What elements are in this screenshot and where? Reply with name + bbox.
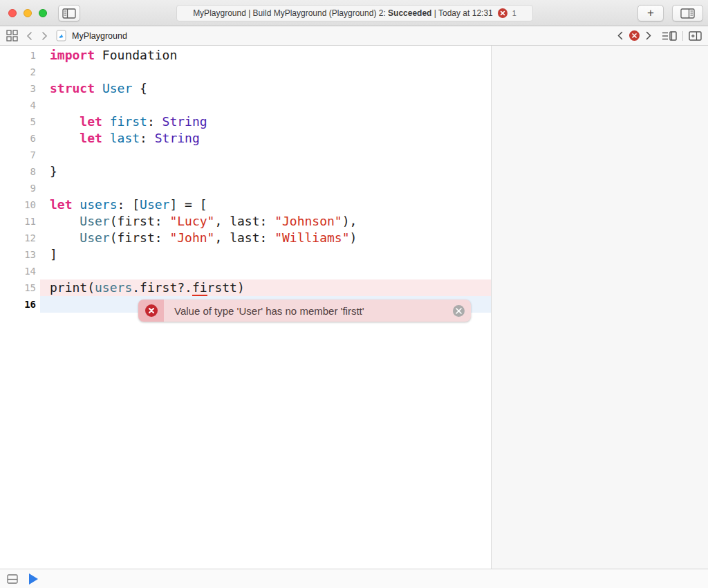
line-number[interactable]: 5 xyxy=(0,113,40,130)
line-number[interactable]: 3 xyxy=(0,80,40,97)
window-titlebar: MyPlayground | Build MyPlayground (Playg… xyxy=(0,0,708,26)
error-banner-icon-segment xyxy=(138,300,164,322)
code-text[interactable] xyxy=(40,263,491,279)
code-text[interactable]: let first: String xyxy=(40,113,491,130)
inspector-toggle-button[interactable] xyxy=(672,5,703,21)
related-items-grid-icon xyxy=(6,30,18,42)
code-text[interactable]: print(users.first?.firstt) xyxy=(40,279,491,296)
code-text[interactable] xyxy=(40,147,491,163)
line-number[interactable]: 7 xyxy=(0,147,40,163)
code-line[interactable]: 4 xyxy=(0,97,491,113)
code-text[interactable]: User(first: "John", last: "Williams") xyxy=(40,230,491,246)
error-icon xyxy=(145,304,158,317)
code-line[interactable]: 14 xyxy=(0,263,491,279)
close-icon xyxy=(456,308,462,314)
line-number[interactable]: 12 xyxy=(0,230,40,246)
code-line[interactable]: 13] xyxy=(0,246,491,263)
error-count: 1 xyxy=(512,9,516,17)
run-button[interactable] xyxy=(29,573,38,585)
issue-error-badge-icon[interactable] xyxy=(629,30,640,41)
back-button[interactable] xyxy=(26,31,33,41)
source-editor[interactable]: 1import Foundation23struct User {45 let … xyxy=(0,46,491,569)
build-status: Succeeded xyxy=(388,8,431,18)
chevron-right-icon xyxy=(41,31,48,41)
code-text[interactable]: struct User { xyxy=(40,80,491,97)
zoom-window-button[interactable] xyxy=(39,9,47,17)
forward-button[interactable] xyxy=(41,31,48,41)
toolbar-divider xyxy=(682,31,683,41)
line-number[interactable]: 6 xyxy=(0,130,40,147)
debug-bar xyxy=(0,569,708,588)
code-line[interactable]: 11 User(first: "Lucy", last: "Johnson"), xyxy=(0,213,491,230)
code-text[interactable] xyxy=(40,64,491,80)
play-icon xyxy=(29,573,38,585)
previous-issue-button[interactable] xyxy=(617,31,624,40)
code-line[interactable]: 1import Foundation xyxy=(0,47,491,64)
line-number[interactable]: 2 xyxy=(0,64,40,80)
editor-options-icon xyxy=(662,30,677,42)
code-text[interactable]: let last: String xyxy=(40,130,491,147)
line-number[interactable]: 15 xyxy=(0,279,40,296)
line-number[interactable]: 8 xyxy=(0,163,40,180)
code-line[interactable]: 7 xyxy=(0,147,491,163)
code-line[interactable]: 3struct User { xyxy=(0,80,491,97)
window-title: MyPlayground | Build MyPlayground (Playg… xyxy=(193,8,493,18)
editor-options-button[interactable] xyxy=(662,30,677,42)
sidebar-left-icon xyxy=(62,8,76,19)
code-line[interactable]: 8} xyxy=(0,163,491,180)
line-number[interactable]: 11 xyxy=(0,213,40,230)
code-text[interactable]: let users: [User] = [ xyxy=(40,196,491,213)
code-line[interactable]: 6 let last: String xyxy=(0,130,491,147)
code-lines: 1import Foundation23struct User {45 let … xyxy=(0,47,491,313)
add-editor-icon xyxy=(689,30,702,42)
close-window-button[interactable] xyxy=(8,9,17,17)
line-number[interactable]: 10 xyxy=(0,196,40,213)
activity-viewer: MyPlayground | Build MyPlayground (Playg… xyxy=(176,5,533,21)
code-text[interactable] xyxy=(40,180,491,196)
code-line[interactable]: 2 xyxy=(0,64,491,80)
line-number[interactable]: 1 xyxy=(0,47,40,64)
debug-area-icon xyxy=(7,574,18,584)
code-text[interactable] xyxy=(40,97,491,113)
jump-bar: MyPlayground xyxy=(0,26,708,46)
plus-icon: + xyxy=(647,6,654,20)
line-number[interactable]: 9 xyxy=(0,180,40,196)
next-issue-button[interactable] xyxy=(645,31,652,40)
chevron-left-icon xyxy=(617,31,624,40)
navigator-toggle-button[interactable] xyxy=(58,5,80,21)
code-line[interactable]: 15print(users.first?.firstt) xyxy=(0,279,491,296)
code-text[interactable]: } xyxy=(40,163,491,180)
chevron-left-icon xyxy=(26,31,33,41)
code-line[interactable]: 12 User(first: "John", last: "Williams") xyxy=(0,230,491,246)
code-line[interactable]: 9 xyxy=(0,180,491,196)
line-number[interactable]: 14 xyxy=(0,263,40,279)
line-number[interactable]: 13 xyxy=(0,246,40,263)
code-text[interactable]: ] xyxy=(40,246,491,263)
playground-file-icon[interactable] xyxy=(56,30,66,42)
chevron-right-icon xyxy=(645,31,652,40)
line-number[interactable]: 16 xyxy=(0,296,40,313)
error-badge-icon[interactable] xyxy=(498,8,507,18)
add-editor-button[interactable] xyxy=(689,30,702,42)
related-items-button[interactable] xyxy=(6,30,18,42)
new-tab-button[interactable]: + xyxy=(637,5,664,21)
code-line[interactable]: 10let users: [User] = [ xyxy=(0,196,491,213)
minimize-window-button[interactable] xyxy=(24,9,32,17)
error-message: Value of type 'User' has no member 'firs… xyxy=(164,300,471,322)
code-text[interactable]: User(first: "Lucy", last: "Johnson"), xyxy=(40,213,491,230)
line-number[interactable]: 4 xyxy=(0,97,40,113)
results-sidebar xyxy=(491,46,708,569)
main-content: 1import Foundation23struct User {45 let … xyxy=(0,46,708,569)
breadcrumb[interactable]: MyPlayground xyxy=(72,31,127,41)
panel-right-icon xyxy=(680,8,695,19)
debug-area-toggle-button[interactable] xyxy=(7,574,18,584)
error-banner[interactable]: Value of type 'User' has no member 'firs… xyxy=(138,300,471,322)
code-line[interactable]: 5 let first: String xyxy=(0,113,491,130)
dismiss-error-button[interactable] xyxy=(453,305,465,317)
code-text[interactable]: import Foundation xyxy=(40,47,491,64)
